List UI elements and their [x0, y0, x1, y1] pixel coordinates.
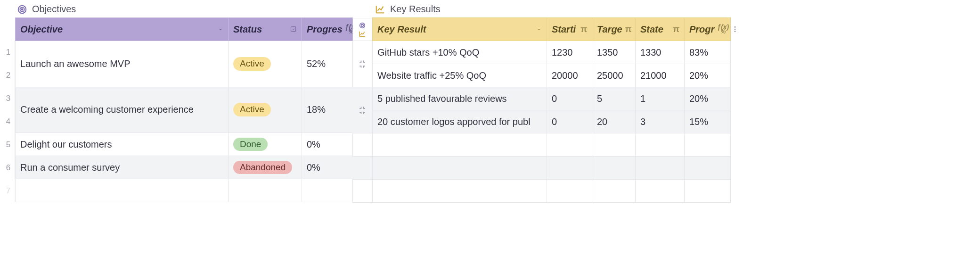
cell-kr-progress[interactable]: 20% — [685, 64, 731, 87]
status-badge: Abandoned — [233, 161, 292, 174]
cell-objective[interactable]: Delight our customers — [16, 133, 229, 156]
cell-target[interactable]: 25000 — [592, 64, 636, 87]
kebab-menu[interactable] — [731, 17, 739, 41]
cell-state[interactable]: 1330 — [636, 41, 685, 64]
table-row-empty[interactable] — [16, 179, 353, 202]
row-number: 4 — [2, 110, 15, 133]
cell-starting[interactable]: 20000 — [547, 64, 592, 87]
table-row[interactable]: Run a consumer survey Abandoned 0% — [16, 156, 353, 179]
chevron-down-icon[interactable] — [218, 24, 223, 35]
cell-starting[interactable]: 0 — [547, 87, 592, 110]
keyresults-header: Key Results — [372, 2, 978, 17]
link-icon-column — [352, 2, 372, 203]
table-row-empty[interactable] — [373, 133, 731, 157]
cell-keyresult[interactable]: GitHub stars +10% QoQ — [373, 41, 547, 64]
svg-point-4 — [360, 23, 365, 28]
col-label: Targe — [597, 24, 622, 35]
table-row[interactable]: Delight our customers Done 0% — [16, 133, 353, 156]
target-icon — [359, 22, 366, 29]
table-row[interactable]: Website traffic +25% QoQ 20000 25000 210… — [373, 64, 731, 87]
col-status[interactable]: Status — [229, 18, 302, 41]
svg-point-5 — [361, 24, 364, 26]
cell-target[interactable]: 5 — [592, 87, 636, 110]
table-row-empty[interactable] — [373, 157, 731, 180]
cell-objective[interactable]: Launch an awesome MVP — [16, 41, 229, 87]
cell-objective[interactable]: Create a welcoming customer experience — [16, 87, 229, 133]
col-progress[interactable]: Progres ƒ(x) % — [302, 18, 353, 41]
formula-icon: ƒ(x) % — [345, 25, 353, 34]
svg-point-6 — [735, 26, 736, 28]
col-label: Progres — [307, 24, 343, 35]
cell-progress[interactable]: 0% — [302, 156, 353, 179]
table-row[interactable]: 20 customer logos apporved for publ 0 20… — [373, 110, 731, 133]
row-number: 1 — [2, 41, 15, 64]
col-label: Objective — [20, 24, 63, 35]
col-starting[interactable]: Starti π — [547, 18, 592, 41]
target-icon — [17, 4, 27, 15]
pi-icon: π — [673, 25, 679, 34]
link-cell-empty — [352, 157, 372, 180]
chart-line-icon — [359, 30, 366, 38]
objectives-header: Objectives — [2, 2, 352, 17]
table-row[interactable]: 5 published favourable reviews 0 5 1 20% — [373, 87, 731, 110]
col-label: Status — [233, 24, 262, 35]
row-number: 5 — [2, 133, 15, 156]
cell-target[interactable]: 20 — [592, 110, 636, 133]
cell-state[interactable]: 3 — [636, 110, 685, 133]
keyresults-table[interactable]: Key Result Starti π — [372, 17, 731, 203]
table-row-empty[interactable] — [373, 180, 731, 203]
col-label: Key Result — [377, 24, 426, 35]
link-col-header — [352, 18, 372, 41]
collapse-button[interactable] — [352, 87, 372, 133]
chevron-down-icon[interactable] — [536, 24, 542, 35]
cell-status[interactable]: Active — [229, 87, 302, 133]
cell-keyresult[interactable]: Website traffic +25% QoQ — [373, 64, 547, 87]
col-label: Starti — [552, 24, 576, 35]
row-number-gutter: 1 2 3 4 5 6 7 — [2, 17, 15, 202]
col-label: Progr — [689, 24, 714, 35]
row-number: 7 — [2, 179, 15, 202]
cell-target[interactable]: 1350 — [592, 41, 636, 64]
svg-point-2 — [22, 8, 23, 10]
cell-kr-progress[interactable]: 83% — [685, 41, 731, 64]
cell-status[interactable]: Done — [229, 133, 302, 156]
col-key-result[interactable]: Key Result — [373, 18, 547, 41]
link-cell-empty — [352, 180, 372, 203]
col-kr-progress[interactable]: Progr ƒ(x) % — [685, 18, 731, 41]
formula-icon: ƒ(x) % — [717, 25, 729, 34]
collapse-button[interactable] — [352, 41, 372, 87]
link-cell-empty — [352, 133, 372, 157]
cell-progress[interactable]: 52% — [302, 41, 353, 87]
cell-progress[interactable]: 0% — [302, 133, 353, 156]
dropdown-icon[interactable] — [290, 24, 297, 35]
cell-starting[interactable]: 0 — [547, 110, 592, 133]
status-badge: Done — [233, 138, 268, 151]
cell-status[interactable]: Abandoned — [229, 156, 302, 179]
svg-point-8 — [735, 31, 736, 32]
cell-progress[interactable]: 18% — [302, 87, 353, 133]
row-number: 6 — [2, 156, 15, 179]
cell-keyresult[interactable]: 5 published favourable reviews — [373, 87, 547, 110]
col-label: State — [640, 24, 663, 35]
row-number: 3 — [2, 87, 15, 110]
status-badge: Active — [233, 57, 271, 71]
cell-objective[interactable]: Run a consumer survey — [16, 156, 229, 179]
cell-kr-progress[interactable]: 15% — [685, 110, 731, 133]
cell-state[interactable]: 1 — [636, 87, 685, 110]
cell-status[interactable]: Active — [229, 41, 302, 87]
svg-point-7 — [735, 28, 736, 30]
table-row[interactable]: GitHub stars +10% QoQ 1230 1350 1330 83% — [373, 41, 731, 64]
cell-starting[interactable]: 1230 — [547, 41, 592, 64]
row-number: 2 — [2, 64, 15, 87]
status-badge: Active — [233, 103, 271, 116]
keyresults-title: Key Results — [390, 4, 441, 15]
col-objective[interactable]: Objective — [16, 18, 229, 41]
cell-kr-progress[interactable]: 20% — [685, 87, 731, 110]
objectives-table[interactable]: Objective Status — [15, 17, 353, 202]
cell-keyresult[interactable]: 20 customer logos apporved for publ — [373, 110, 547, 133]
objectives-title: Objectives — [32, 4, 76, 15]
col-state[interactable]: State π — [636, 18, 685, 41]
pi-icon: π — [625, 25, 632, 34]
col-target[interactable]: Targe π — [592, 18, 636, 41]
cell-state[interactable]: 21000 — [636, 64, 685, 87]
